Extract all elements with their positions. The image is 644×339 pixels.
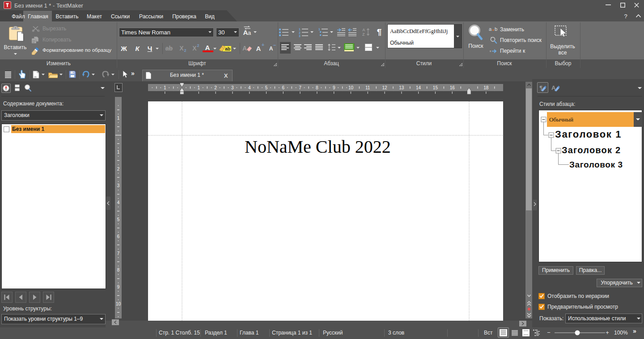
svg-text:1: 1 [164,85,166,90]
svg-text:3: 3 [231,85,234,90]
svg-text:A: A [362,28,365,32]
svg-text:4: 4 [248,85,251,90]
svg-text:A: A [243,29,248,36]
svg-text:10: 10 [348,85,354,90]
svg-text:1: 1 [318,28,320,31]
svg-text:5: 5 [265,85,268,90]
svg-text:А: А [242,45,247,52]
svg-text:9: 9 [333,85,335,90]
svg-text:7: 7 [117,251,120,256]
svg-text:6: 6 [282,85,284,90]
svg-text:2: 2 [299,31,301,34]
svg-text:14: 14 [416,85,421,90]
svg-text:10: 10 [116,301,121,306]
svg-text:5: 5 [117,217,120,222]
svg-text:2: 2 [214,85,217,90]
svg-text:8: 8 [316,85,318,90]
svg-text:16: 16 [450,85,455,90]
svg-text:3: 3 [299,34,301,38]
svg-text:1: 1 [299,28,301,31]
svg-text:9: 9 [117,285,120,289]
svg-text:3: 3 [117,183,120,188]
svg-text:a: a [248,29,251,36]
svg-text:1: 1 [198,85,200,90]
svg-text:11: 11 [365,85,370,90]
svg-text:Z: Z [362,32,365,37]
svg-text:12: 12 [382,85,387,90]
svg-text:a: a [489,26,492,32]
svg-text:b: b [495,26,497,32]
svg-text:1: 1 [117,150,120,155]
svg-text:13: 13 [399,85,404,90]
svg-text:2: 2 [117,167,120,172]
svg-text:15: 15 [433,85,438,90]
svg-text:ab: ab [225,46,230,51]
svg-text:18: 18 [483,85,489,90]
svg-text:4: 4 [117,200,120,205]
svg-text:7: 7 [299,85,301,90]
svg-text:8: 8 [117,268,120,272]
svg-text:6: 6 [117,234,120,239]
svg-text:1: 1 [117,116,120,121]
